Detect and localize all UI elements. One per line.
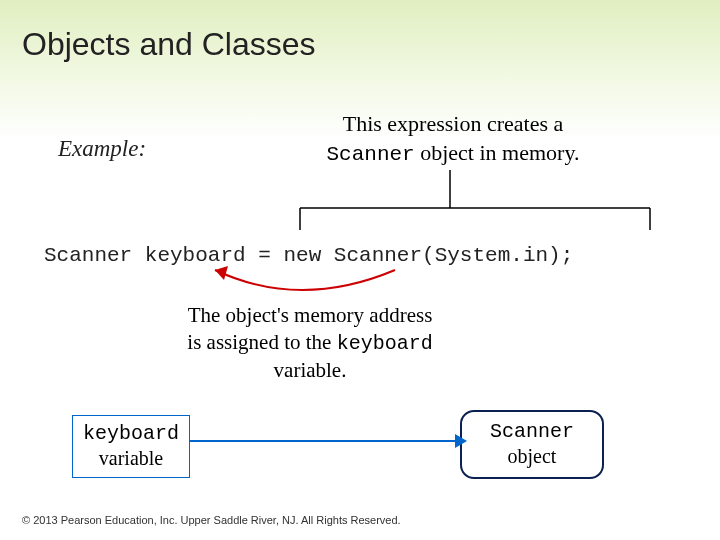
annotation-top: This expression creates a Scanner object… [298,110,608,168]
annotation-top-rest: object in memory. [415,140,580,165]
copyright-text: © 2013 Pearson Education, Inc. Upper Sad… [22,514,401,526]
sc-box-mono: Scanner [490,420,574,443]
red-arc-arrow-icon [215,266,228,280]
annotation-mid-line1: The object's memory address [188,303,433,327]
slide-title: Objects and Classes [22,26,315,63]
annotation-top-mono: Scanner [327,143,415,166]
kb-box-mono: keyboard [83,422,179,445]
code-line: Scanner keyboard = new Scanner(System.in… [44,244,573,267]
sc-box-text: object [508,445,557,467]
scanner-object-box: Scanner object [460,410,604,479]
reference-arrow-line [190,440,460,442]
annotation-mid-pre: is assigned to the [187,330,336,354]
reference-arrow-head-icon [455,434,467,448]
red-arc [215,270,395,290]
annotation-mid-mono: keyboard [337,332,433,355]
keyboard-variable-box: keyboard variable [72,415,190,478]
slide-content: Objects and Classes Example: This expres… [0,0,720,540]
annotation-mid-line3: variable. [274,358,347,382]
kb-box-text: variable [99,447,163,469]
annotation-top-line1: This expression creates a [343,111,564,136]
example-label: Example: [58,136,146,162]
annotation-middle: The object's memory address is assigned … [160,302,460,385]
